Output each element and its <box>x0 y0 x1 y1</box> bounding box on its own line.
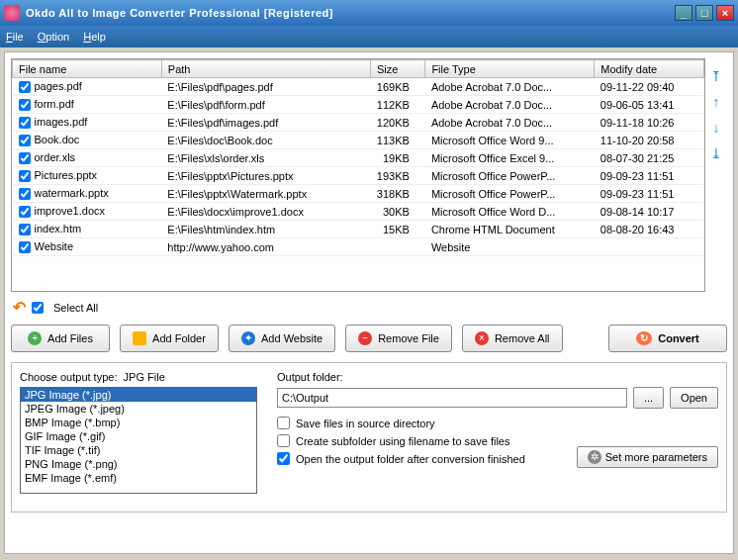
convert-button[interactable]: ↻Convert <box>608 325 727 352</box>
close-button[interactable]: × <box>716 5 734 21</box>
col-size[interactable]: Size <box>371 60 425 78</box>
col-path[interactable]: Path <box>161 60 370 78</box>
row-checkbox[interactable] <box>19 152 31 164</box>
plus-icon: + <box>28 331 42 345</box>
table-row[interactable]: form.pdfE:\Files\pdf\form.pdf112KBAdobe … <box>13 96 704 114</box>
row-checkbox[interactable] <box>19 241 31 253</box>
titlebar: Okdo All to Image Converter Professional… <box>0 0 738 26</box>
row-checkbox[interactable] <box>19 188 31 200</box>
set-more-parameters-button[interactable]: ✲Set more parameters <box>577 446 718 468</box>
table-row[interactable]: improve1.docxE:\Files\docx\improve1.docx… <box>13 203 704 221</box>
row-checkbox[interactable] <box>19 224 31 235</box>
choose-output-label: Choose output type: JPG File <box>20 371 257 383</box>
table-row[interactable]: Book.docE:\Files\doc\Book.doc113KBMicros… <box>13 132 704 149</box>
table-row[interactable]: Pictures.pptxE:\Files\pptx\Pictures.pptx… <box>13 167 704 185</box>
row-checkbox[interactable] <box>19 170 31 182</box>
table-row[interactable]: images.pdfE:\Files\pdf\images.pdf120KBAd… <box>13 114 704 132</box>
output-type-option[interactable]: EMF Image (*.emf) <box>21 471 256 485</box>
select-all-label[interactable]: Select All <box>53 302 98 314</box>
menu-option[interactable]: Option <box>38 31 69 43</box>
menu-file[interactable]: File <box>6 31 24 43</box>
move-down-icon[interactable]: ↓ <box>708 120 724 136</box>
output-type-list[interactable]: JPG Image (*.jpg)JPEG Image (*.jpeg)BMP … <box>20 387 257 494</box>
open-after-checkbox[interactable] <box>277 452 290 465</box>
output-type-option[interactable]: BMP Image (*.bmp) <box>21 416 256 429</box>
row-checkbox[interactable] <box>19 206 31 218</box>
folder-icon <box>133 331 146 345</box>
output-type-option[interactable]: PNG Image (*.png) <box>21 457 256 471</box>
app-icon <box>4 5 20 21</box>
add-website-button[interactable]: ✦Add Website <box>229 325 335 352</box>
row-checkbox[interactable] <box>19 135 31 146</box>
col-filetype[interactable]: File Type <box>425 60 595 78</box>
file-grid[interactable]: File name Path Size File Type Modify dat… <box>11 58 705 292</box>
globe-icon: ✦ <box>241 331 255 345</box>
col-modifydate[interactable]: Modify date <box>595 60 704 78</box>
col-filename[interactable]: File name <box>13 60 162 78</box>
output-type-option[interactable]: GIF Image (*.gif) <box>21 429 256 443</box>
add-files-button[interactable]: +Add Files <box>11 325 110 352</box>
remove-file-button[interactable]: −Remove File <box>345 325 452 352</box>
table-row[interactable]: watermark.pptxE:\Files\pptx\Watermark.pp… <box>13 185 704 203</box>
save-source-checkbox[interactable] <box>277 417 290 429</box>
output-folder-input[interactable] <box>277 388 627 408</box>
open-folder-button[interactable]: Open <box>670 387 718 409</box>
output-type-option[interactable]: TIF Image (*.tif) <box>21 443 256 457</box>
move-top-icon[interactable]: ⤒ <box>708 68 724 84</box>
remove-all-icon: × <box>475 331 489 345</box>
table-row[interactable]: Websitehttp://www.yahoo.comWebsite <box>13 238 704 256</box>
menu-help[interactable]: Help <box>83 31 106 43</box>
browse-button[interactable]: ... <box>633 387 664 409</box>
add-folder-button[interactable]: Add Folder <box>120 325 219 352</box>
up-arrow-icon: ↶ <box>13 298 26 317</box>
remove-icon: − <box>358 331 372 345</box>
select-all-checkbox[interactable] <box>32 302 44 314</box>
row-checkbox[interactable] <box>19 81 31 93</box>
minimize-button[interactable]: _ <box>675 5 692 21</box>
window-title: Okdo All to Image Converter Professional… <box>26 7 672 19</box>
move-up-icon[interactable]: ↑ <box>708 94 724 110</box>
move-bottom-icon[interactable]: ⤓ <box>708 145 724 161</box>
maximize-button[interactable]: □ <box>695 5 713 21</box>
table-row[interactable]: index.htmE:\Files\htm\index.htm15KBChrom… <box>13 221 704 238</box>
reorder-arrows: ⤒ ↑ ↓ ⤓ <box>705 58 727 292</box>
output-folder-label: Output folder: <box>277 371 718 383</box>
convert-icon: ↻ <box>636 331 652 345</box>
menubar: File Option Help <box>0 26 738 47</box>
output-type-option[interactable]: JPEG Image (*.jpeg) <box>21 402 256 416</box>
table-row[interactable]: pages.pdfE:\Files\pdf\pages.pdf169KBAdob… <box>13 78 704 96</box>
row-checkbox[interactable] <box>19 99 31 111</box>
row-checkbox[interactable] <box>19 117 31 129</box>
gear-icon: ✲ <box>588 450 601 464</box>
create-subfolder-checkbox[interactable] <box>277 434 290 447</box>
remove-all-button[interactable]: ×Remove All <box>462 325 563 352</box>
output-type-option[interactable]: JPG Image (*.jpg) <box>21 388 256 402</box>
table-row[interactable]: order.xlsE:\Files\xls\order.xls19KBMicro… <box>13 149 704 167</box>
